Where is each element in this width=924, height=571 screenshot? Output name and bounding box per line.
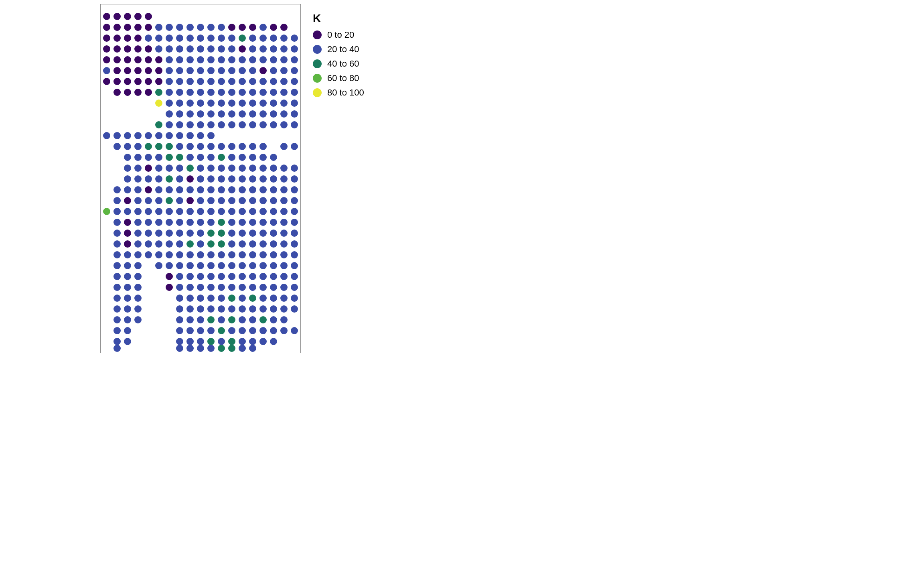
legend-item: 0 to 20	[313, 30, 364, 40]
legend-item: 40 to 60	[313, 59, 364, 69]
legend-dot	[313, 59, 322, 68]
legend-dot	[313, 74, 322, 83]
legend-item: 80 to 100	[313, 87, 364, 98]
legend-item: 60 to 80	[313, 73, 364, 83]
chart-area	[100, 4, 301, 353]
legend-label: 40 to 60	[327, 59, 359, 69]
legend-items: 0 to 2020 to 4040 to 6060 to 8080 to 100	[313, 30, 364, 98]
legend-dot	[313, 88, 322, 97]
legend-label: 60 to 80	[327, 73, 359, 83]
legend-item: 20 to 40	[313, 44, 364, 55]
legend-dot	[313, 30, 322, 39]
legend-label: 20 to 40	[327, 44, 359, 55]
legend-dot	[313, 45, 322, 54]
legend-label: 0 to 20	[327, 30, 354, 40]
legend-title: K	[313, 12, 364, 25]
legend: K 0 to 2020 to 4040 to 6060 to 8080 to 1…	[313, 12, 364, 102]
legend-label: 80 to 100	[327, 87, 364, 98]
